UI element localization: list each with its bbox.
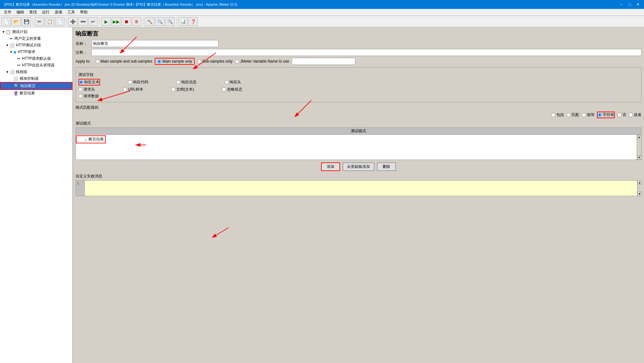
toolbar-copy[interactable]: 📋 xyxy=(45,17,54,26)
menu-search[interactable]: 查找 xyxy=(27,9,39,16)
test-pattern-row-1: 1 断言结果 xyxy=(76,135,106,143)
maximize-button[interactable]: □ xyxy=(626,1,633,8)
radio-jmeter-var-input[interactable] xyxy=(235,59,239,64)
radio-contains[interactable]: 包括 xyxy=(551,112,564,118)
custom-msg-scrollbar[interactable]: ▲ ▼ xyxy=(637,180,641,196)
check-or[interactable]: 或者 xyxy=(629,112,641,118)
paste-button[interactable]: 从剪贴板添加 xyxy=(343,162,374,171)
check-not-input[interactable] xyxy=(617,113,621,117)
radio-equals[interactable]: 相等 xyxy=(582,112,594,118)
name-input[interactable] xyxy=(91,40,218,47)
radio-req-data-input[interactable] xyxy=(78,94,83,98)
tree-thread-group[interactable]: ▼ ⬜ 线程组 xyxy=(0,69,72,75)
toolbar-remote-stop[interactable]: 🔍 xyxy=(165,17,175,26)
toolbar-help[interactable]: ❓ xyxy=(188,17,198,26)
radio-matches-input[interactable] xyxy=(567,113,571,117)
add-button[interactable]: 添加 xyxy=(321,162,340,171)
tree-http-header[interactable]: ✂ HTTP信息头管理器 xyxy=(0,62,72,69)
loop-ctrl-icon: ⬜ xyxy=(13,76,18,81)
test-pattern-section: 测试模式 测试模式 1 断言结果 ▲ ▼ xyxy=(76,121,641,160)
toolbar-start-no-pause[interactable]: ▶▶ xyxy=(111,17,121,26)
toolbar-remote-start[interactable]: 🔍 xyxy=(155,17,164,26)
scrollbar-down[interactable]: ▼ xyxy=(637,155,641,160)
radio-equals-input[interactable] xyxy=(582,113,586,117)
test-mode-label: 测试模式 xyxy=(76,121,641,126)
radio-url-sample-input[interactable] xyxy=(123,87,127,92)
custom-msg-textarea[interactable] xyxy=(84,180,641,196)
toolbar-stop[interactable]: ⏹ xyxy=(122,17,131,26)
scrollbar-up[interactable]: ▲ xyxy=(637,135,641,139)
toolbar-start[interactable]: ▶ xyxy=(101,17,111,26)
radio-matches[interactable]: 匹配 xyxy=(567,112,579,118)
close-button[interactable]: ✕ xyxy=(634,1,641,8)
radio-contains-input[interactable] xyxy=(551,113,555,117)
comment-input[interactable] xyxy=(91,49,641,56)
radio-doc-text-input[interactable] xyxy=(171,87,175,92)
menu-file[interactable]: 文件 xyxy=(1,9,14,16)
tree-http-defaults[interactable]: ✂ HTTP请求默认值 xyxy=(0,55,72,62)
check-ignore-status-label: 忽略状态 xyxy=(227,87,242,92)
radio-resp-code-input[interactable] xyxy=(128,80,132,84)
tree-user-vars-label: 用户定义的变量 xyxy=(14,36,41,41)
radio-sub-only-input[interactable] xyxy=(197,59,201,64)
radio-sub-only[interactable]: Sub-samples only xyxy=(197,59,232,64)
toolbar-hammer[interactable]: 🔨 xyxy=(145,17,154,26)
radio-main-sub[interactable]: Main sample and sub-samples xyxy=(96,59,152,64)
radio-jmeter-var[interactable]: JMeter Variable Name to use xyxy=(235,59,289,64)
toolbar-save[interactable]: 💾 xyxy=(22,17,31,26)
custom-msg-label: 自定义失败消息 xyxy=(76,174,641,179)
check-not[interactable]: 否 xyxy=(617,112,626,118)
toolbar-remove[interactable]: ➖ xyxy=(78,17,88,26)
radio-req-head-input[interactable] xyxy=(78,87,83,92)
menu-edit[interactable]: 编辑 xyxy=(14,9,27,16)
radio-req-data[interactable]: 请求数据 xyxy=(78,93,99,99)
jmeter-var-input[interactable] xyxy=(292,58,355,65)
test-pattern-val-1: 断言结果 xyxy=(89,137,104,142)
toolbar-paste[interactable]: 📄 xyxy=(55,17,64,26)
radio-resp-head-input[interactable] xyxy=(225,80,229,84)
test-pattern-scrollbar[interactable]: ▲ ▼ xyxy=(637,135,641,160)
delete-button[interactable]: 删除 xyxy=(377,162,396,171)
radio-main-only-input[interactable] xyxy=(157,59,161,64)
radio-resp-text[interactable]: 响应文本 xyxy=(78,79,100,86)
toolbar-undo[interactable]: ↩ xyxy=(88,17,98,26)
radio-main-only[interactable]: Main sample only xyxy=(155,58,194,65)
tree-user-vars[interactable]: ✂ 用户定义的变量 xyxy=(0,35,72,42)
toolbar-shutdown[interactable]: ⏸ xyxy=(132,17,141,26)
tree-test-plan[interactable]: ▼ 📋 测试计划 xyxy=(0,29,72,35)
radio-url-sample[interactable]: URL样本 xyxy=(123,87,143,92)
toolbar-open[interactable]: 📂 xyxy=(11,17,21,26)
radio-req-head[interactable]: 请求头 xyxy=(78,87,95,92)
custom-msg-scroll-down[interactable]: ▼ xyxy=(637,192,642,196)
tree-http-request[interactable]: ▼ ◆ HTTP请求 xyxy=(0,49,72,55)
menu-help[interactable]: 帮助 xyxy=(77,9,90,16)
tree-assertion-results[interactable]: 🔮 断言结果 xyxy=(0,90,72,97)
radio-main-sub-label: Main sample and sub-samples xyxy=(101,59,152,64)
radio-substring-input[interactable] xyxy=(598,113,602,117)
radio-resp-text-input[interactable] xyxy=(79,80,83,84)
radio-resp-head[interactable]: 响应头 xyxy=(225,79,241,85)
toolbar-cut[interactable]: ✂ xyxy=(35,17,44,26)
radio-resp-code[interactable]: 响应代码 xyxy=(128,79,148,85)
toolbar: 📄 📂 💾 ✂ 📋 📄 ➕ ➖ ↩ ▶ ▶▶ ⏹ ⏸ 🔨 🔍 🔍 📊 ❓ xyxy=(0,16,644,27)
menu-options[interactable]: 选项 xyxy=(52,9,65,16)
tree-http-fragment[interactable]: ▼ ⬜ HTTP测试片段 xyxy=(0,42,72,49)
check-ignore-status-input[interactable] xyxy=(222,87,226,92)
toolbar-add[interactable]: ➕ xyxy=(68,17,77,26)
check-or-input[interactable] xyxy=(629,113,633,117)
radio-substring-label: 字符串 xyxy=(603,112,614,118)
minimize-button[interactable]: ─ xyxy=(618,1,625,8)
radio-resp-msg-input[interactable] xyxy=(176,80,180,84)
toolbar-new[interactable]: 📄 xyxy=(1,17,11,26)
toolbar-report[interactable]: 📊 xyxy=(178,17,188,26)
radio-resp-msg[interactable]: 响应信息 xyxy=(176,79,197,85)
radio-substring[interactable]: 字符串 xyxy=(597,112,615,118)
check-ignore-status[interactable]: 忽略状态 xyxy=(222,87,242,92)
menu-run[interactable]: 运行 xyxy=(39,9,52,16)
radio-main-sub-input[interactable] xyxy=(96,59,100,64)
radio-doc-text[interactable]: 文档(文本) xyxy=(171,87,194,92)
tree-resp-assertion[interactable]: 🔍 响应断言 xyxy=(0,82,72,90)
custom-msg-scroll-up[interactable]: ▲ xyxy=(637,180,642,185)
menu-tools[interactable]: 工具 xyxy=(65,9,77,16)
tree-loop-ctrl[interactable]: ⬜ 模块控制器 xyxy=(0,75,72,82)
